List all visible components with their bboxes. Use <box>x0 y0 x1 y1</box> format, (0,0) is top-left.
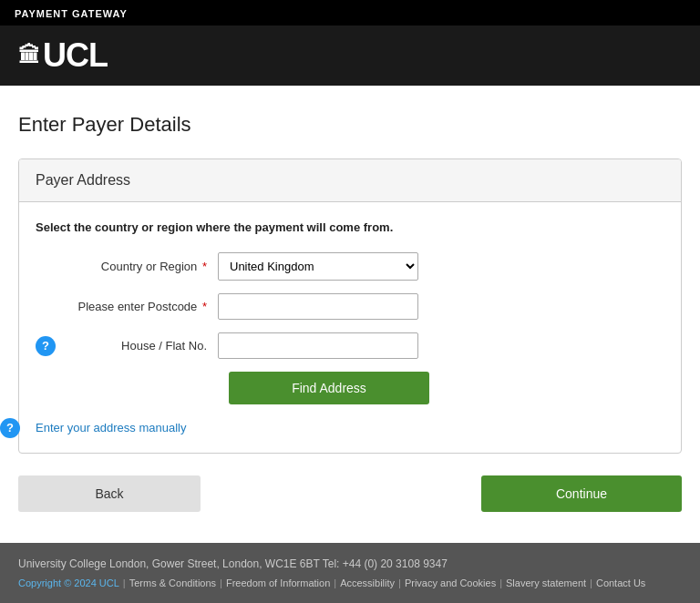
logo-bar: 🏛UCL <box>0 26 700 86</box>
separator-3: | <box>398 577 401 588</box>
required-indicator: * <box>199 260 207 273</box>
logo-icon: 🏛 <box>18 43 39 68</box>
country-row: Country or Region * United Kingdom Unite… <box>36 252 664 281</box>
required-indicator-postcode: * <box>199 300 207 313</box>
footer: University College London, Gower Street,… <box>0 543 700 603</box>
manual-entry-link[interactable]: Enter your address manually <box>36 421 186 434</box>
payer-address-card: Payer Address Select the country or regi… <box>18 158 682 454</box>
action-buttons: Back Continue <box>18 475 682 512</box>
top-bar: PAYMENT GATEWAY <box>0 0 700 26</box>
back-button[interactable]: Back <box>18 475 201 512</box>
page-title: Enter Payer Details <box>18 113 682 137</box>
ucl-logo: 🏛UCL <box>18 36 682 75</box>
country-select[interactable]: United Kingdom United States Australia C… <box>218 252 418 281</box>
house-row: ? House / Flat No. <box>36 332 664 359</box>
separator-4: | <box>499 577 502 588</box>
house-label: House / Flat No. <box>36 339 218 353</box>
footer-link-terms[interactable]: Terms & Conditions <box>129 577 216 588</box>
country-label: Country or Region * <box>36 260 218 273</box>
top-bar-title: PAYMENT GATEWAY <box>15 8 128 19</box>
find-address-button[interactable]: Find Address <box>229 372 429 404</box>
separator-2: | <box>334 577 336 588</box>
instruction-text: Select the country or region where the p… <box>36 220 664 234</box>
footer-link-accessibility[interactable]: Accessibility <box>340 577 395 588</box>
manual-entry-row: ? Enter your address manually <box>36 421 664 434</box>
footer-copyright[interactable]: Copyright © 2024 UCL <box>18 577 119 588</box>
postcode-row: Please enter Postcode * <box>36 293 664 320</box>
footer-link-privacy[interactable]: Privacy and Cookies <box>405 577 496 588</box>
postcode-label: Please enter Postcode * <box>36 300 218 313</box>
main-content: Enter Payer Details Payer Address Select… <box>0 86 700 543</box>
footer-link-foi[interactable]: Freedom of Information <box>226 577 330 588</box>
card-header: Payer Address <box>19 159 681 202</box>
separator-0: | <box>123 577 126 588</box>
footer-link-slavery[interactable]: Slavery statement <box>506 577 586 588</box>
footer-links: Copyright © 2024 UCL | Terms & Condition… <box>18 577 682 588</box>
postcode-input[interactable] <box>218 293 418 320</box>
separator-1: | <box>220 577 222 588</box>
logo-wordmark: UCL <box>43 36 108 75</box>
footer-address: University College London, Gower Street,… <box>18 557 682 570</box>
separator-5: | <box>590 577 592 588</box>
continue-button[interactable]: Continue <box>481 475 682 512</box>
footer-link-contact[interactable]: Contact Us <box>596 577 645 588</box>
card-body: Select the country or region where the p… <box>19 202 681 453</box>
help-icon[interactable]: ? <box>36 336 56 356</box>
house-input[interactable] <box>218 332 418 359</box>
help-icon-manual[interactable]: ? <box>18 418 20 438</box>
